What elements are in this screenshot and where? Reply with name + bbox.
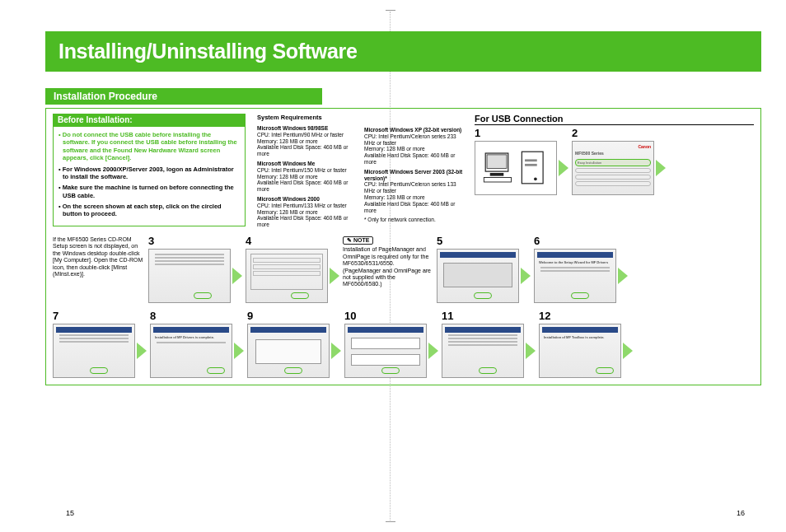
before-installation-box: Do not connect the USB cable before inst… xyxy=(53,126,246,226)
page-title: Installing/Uninstalling Software xyxy=(45,31,761,72)
svg-rect-6 xyxy=(525,164,537,166)
os-2003-mem: Memory: 128 MB or more xyxy=(364,194,465,201)
arrow-icon xyxy=(428,343,438,359)
bullet-admin: For Windows 2000/XP/Server 2003, logon a… xyxy=(58,166,240,181)
svg-rect-5 xyxy=(525,159,537,161)
thumb2-brand: Canon xyxy=(575,144,651,149)
section-heading: Installation Procedure xyxy=(45,88,322,105)
step-4-thumb xyxy=(246,249,328,303)
arrow-icon xyxy=(331,343,341,359)
step-9: 9 xyxy=(247,310,341,378)
step-8-thumb: Installation of MF Drivers is complete. xyxy=(150,324,232,378)
step-11-thumb xyxy=(442,324,524,378)
arrow-icon xyxy=(234,343,244,359)
os-98-cpu: CPU: Intel Pentium/90 MHz or faster xyxy=(257,132,356,138)
arrow-icon xyxy=(526,343,536,359)
arrow-icon xyxy=(330,268,339,284)
step-8: 8 Installation of MF Drivers is complete… xyxy=(150,310,244,378)
os-xp-cpu: CPU: Intel Pentium/Celeron series 233 MH… xyxy=(364,133,465,147)
arrow-icon xyxy=(232,268,242,284)
step-1-thumb xyxy=(475,141,557,195)
os-me-cpu: CPU: Intel Pentium/150 MHz or faster xyxy=(257,167,356,174)
before-installation-column: Before Installation: Do not connect the … xyxy=(53,114,246,228)
os-98-hdd: Available Hard Disk Space: 460 MB or mor… xyxy=(257,144,356,157)
step-8-number: 8 xyxy=(150,310,244,322)
arrow-icon xyxy=(623,343,633,359)
os-me: Microsoft Windows Me xyxy=(257,161,356,167)
step-12-number: 12 xyxy=(539,310,633,322)
step-7-number: 7 xyxy=(53,310,147,322)
step-11: 11 xyxy=(442,310,536,378)
computer-icon xyxy=(478,144,554,194)
warning-bullet: Do not connect the USB cable before inst… xyxy=(58,131,240,162)
svg-rect-2 xyxy=(490,173,504,176)
os-2003: Microsoft Windows Server 2003 (32-bit ve… xyxy=(364,169,465,182)
os-2000: Microsoft Windows 2000 xyxy=(257,196,356,203)
os-2000-hdd: Available Hard Disk Space: 460 MB or mor… xyxy=(257,215,356,228)
thumb8-title: Installation of MF Drivers is complete. xyxy=(155,335,227,339)
cdrom-instruction-text: If the MF6500 Series CD-ROM Setup screen… xyxy=(53,235,145,278)
os-2003-hdd: Available Hard Disk Space: 460 MB or mor… xyxy=(364,201,465,214)
step-7: 7 xyxy=(53,310,147,378)
usb-connection-section: For USB Connection 1 xyxy=(475,114,754,228)
page-number-left: 15 xyxy=(66,509,74,517)
page-number-right: 16 xyxy=(737,509,745,517)
row-2: If the MF6500 Series CD-ROM Setup screen… xyxy=(53,235,754,303)
system-requirements-col1: System Requirements Microsoft Windows 98… xyxy=(257,114,356,228)
before-installation-heading: Before Installation: xyxy=(53,114,246,126)
note-text: Installation of PageManager and OmniPage… xyxy=(343,246,433,287)
note-label: ✎ NOTE xyxy=(343,236,373,245)
step-10-number: 10 xyxy=(344,310,438,322)
step-1: 1 xyxy=(475,127,568,195)
os-xp-hdd: Available Hard Disk Space: 460 MB or mor… xyxy=(364,152,465,166)
os-me-hdd: Available Hard Disk Space: 460 MB or mor… xyxy=(257,180,356,193)
step-12-thumb: Installation of MF Toolbox is complete. xyxy=(539,324,621,378)
step-6: 6 Welcome to the Setup Wizard for MF Dri… xyxy=(534,235,628,303)
row-3: 7 8 Installation of MF Drivers is comple… xyxy=(53,310,754,378)
step-9-number: 9 xyxy=(247,310,341,322)
os-xp: Microsoft Windows XP (32-bit version) xyxy=(364,127,465,133)
step-7-thumb xyxy=(53,324,135,378)
bullet-circled: On the screen shown at each step, click … xyxy=(58,203,240,218)
step-4: 4 xyxy=(246,235,339,303)
svg-rect-4 xyxy=(522,152,543,184)
step-1-number: 1 xyxy=(475,127,568,139)
note-block: ✎ NOTE Installation of PageManager and O… xyxy=(343,235,433,288)
step-4-number: 4 xyxy=(246,235,339,247)
arrow-icon xyxy=(521,268,531,284)
step-10-thumb xyxy=(344,324,427,378)
os-98-mem: Memory: 128 MB or more xyxy=(257,138,356,145)
svg-rect-3 xyxy=(484,177,511,182)
step-10: 10 xyxy=(344,310,438,378)
os-98: Microsoft Windows 98/98SE xyxy=(257,125,356,132)
step-3-thumb xyxy=(148,249,231,303)
top-row: Before Installation: Do not connect the … xyxy=(53,114,754,228)
document-page: Installing/Uninstalling Software Install… xyxy=(45,31,761,385)
step-2-number: 2 xyxy=(572,127,666,139)
step-6-number: 6 xyxy=(534,235,628,247)
thumb2-title: MF6500 Series xyxy=(575,151,651,156)
step-3: 3 xyxy=(148,235,242,303)
os-2003-cpu: CPU: Intel Pentium/Celeron series 133 MH… xyxy=(364,181,465,194)
step-3-number: 3 xyxy=(148,235,242,247)
svg-rect-1 xyxy=(487,155,507,169)
sysreq-heading: System Requirements xyxy=(257,114,356,121)
os-2000-mem: Memory: 128 MB or more xyxy=(257,209,356,216)
os-xp-mem: Memory: 128 MB or more xyxy=(364,146,465,152)
step-2-thumb: Canon MF6500 Series Easy Installation xyxy=(572,141,654,195)
arrow-icon xyxy=(137,343,147,359)
step-5-thumb xyxy=(437,249,519,303)
step-9-thumb xyxy=(247,324,330,378)
usb-heading: For USB Connection xyxy=(475,114,754,125)
system-requirements-col2: Microsoft Windows XP (32-bit version) CP… xyxy=(364,114,465,228)
arrow-icon xyxy=(656,160,666,176)
thumb6-title: Welcome to the Setup Wizard for MF Drive… xyxy=(539,260,611,264)
step-5-number: 5 xyxy=(437,235,531,247)
os-2000-cpu: CPU: Intel Pentium/133 MHz or faster xyxy=(257,203,356,209)
os-me-mem: Memory: 128 MB or more xyxy=(257,174,356,180)
arrow-icon xyxy=(559,160,568,176)
bullet-power: Make sure the machine is turned on befor… xyxy=(58,184,240,199)
step-12: 12 Installation of MF Toolbox is complet… xyxy=(539,310,633,378)
step-6-thumb: Welcome to the Setup Wizard for MF Drive… xyxy=(534,249,616,303)
arrow-icon xyxy=(618,268,628,284)
